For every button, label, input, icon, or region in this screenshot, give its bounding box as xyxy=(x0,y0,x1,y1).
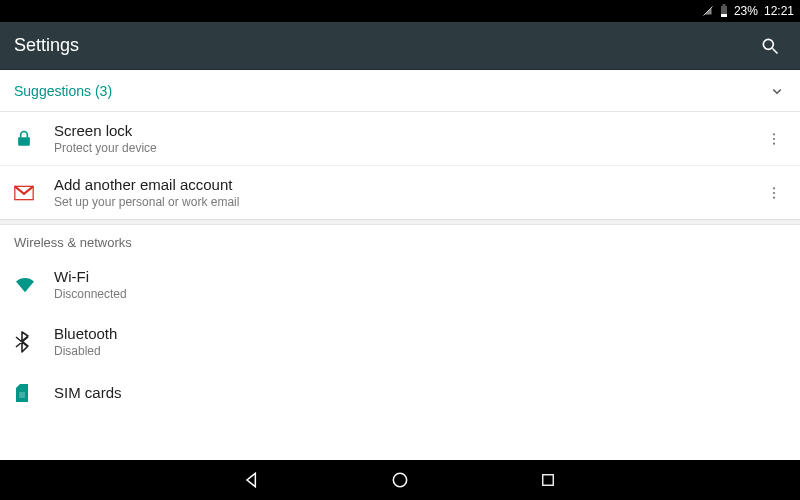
battery-percent: 23% xyxy=(734,4,758,18)
suggestions-header[interactable]: Suggestions (3) xyxy=(0,70,800,112)
home-icon xyxy=(390,470,410,490)
svg-rect-13 xyxy=(19,392,25,398)
setting-wifi[interactable]: Wi-Fi Disconnected xyxy=(0,256,800,313)
setting-subtitle: Disabled xyxy=(54,344,786,358)
suggestion-add-email[interactable]: Add another email account Set up your pe… xyxy=(0,166,800,219)
lock-icon xyxy=(14,129,34,149)
suggestion-title: Add another email account xyxy=(54,176,762,193)
recents-icon xyxy=(539,471,557,489)
nav-home-button[interactable] xyxy=(386,466,414,494)
svg-line-4 xyxy=(773,48,778,53)
setting-title: SIM cards xyxy=(54,384,786,401)
setting-sim-cards[interactable]: SIM cards xyxy=(0,370,800,414)
suggestion-subtitle: Protect your device xyxy=(54,141,762,155)
suggestion-title: Screen lock xyxy=(54,122,762,139)
no-sim-icon xyxy=(702,5,714,17)
chevron-down-icon xyxy=(768,82,786,100)
svg-point-6 xyxy=(773,133,775,135)
svg-rect-5 xyxy=(18,137,30,145)
setting-title: Bluetooth xyxy=(54,325,786,342)
battery-icon xyxy=(720,4,728,18)
svg-point-7 xyxy=(773,137,775,139)
gmail-icon xyxy=(14,185,34,201)
setting-title: Wi-Fi xyxy=(54,268,786,285)
suggestion-screen-lock[interactable]: Screen lock Protect your device xyxy=(0,112,800,166)
svg-point-3 xyxy=(763,39,773,49)
search-icon xyxy=(760,36,780,56)
app-bar: Settings xyxy=(0,22,800,70)
svg-rect-15 xyxy=(543,475,554,486)
setting-bluetooth[interactable]: Bluetooth Disabled xyxy=(0,313,800,370)
page-title: Settings xyxy=(14,35,79,56)
nav-back-button[interactable] xyxy=(238,466,266,494)
sim-card-icon xyxy=(14,382,30,402)
svg-point-14 xyxy=(393,473,406,486)
setting-subtitle: Disconnected xyxy=(54,287,786,301)
bluetooth-icon xyxy=(14,331,30,353)
suggestions-label: Suggestions (3) xyxy=(14,83,112,99)
clock: 12:21 xyxy=(764,4,794,18)
suggestion-overflow-button[interactable] xyxy=(762,185,786,201)
search-button[interactable] xyxy=(754,30,786,62)
navigation-bar xyxy=(0,460,800,500)
content-scroll[interactable]: Suggestions (3) Screen lock Protect your… xyxy=(0,70,800,460)
suggestion-subtitle: Set up your personal or work email xyxy=(54,195,762,209)
wifi-icon xyxy=(14,276,36,294)
section-label-wireless: Wireless & networks xyxy=(0,225,800,256)
suggestion-overflow-button[interactable] xyxy=(762,131,786,147)
svg-point-10 xyxy=(773,187,775,189)
nav-recents-button[interactable] xyxy=(534,466,562,494)
svg-point-12 xyxy=(773,196,775,198)
status-bar: 23% 12:21 xyxy=(0,0,800,22)
more-vert-icon xyxy=(766,185,782,201)
svg-point-11 xyxy=(773,191,775,193)
more-vert-icon xyxy=(766,131,782,147)
back-icon xyxy=(242,470,262,490)
svg-rect-2 xyxy=(722,4,725,6)
svg-point-8 xyxy=(773,142,775,144)
svg-rect-1 xyxy=(721,14,727,17)
